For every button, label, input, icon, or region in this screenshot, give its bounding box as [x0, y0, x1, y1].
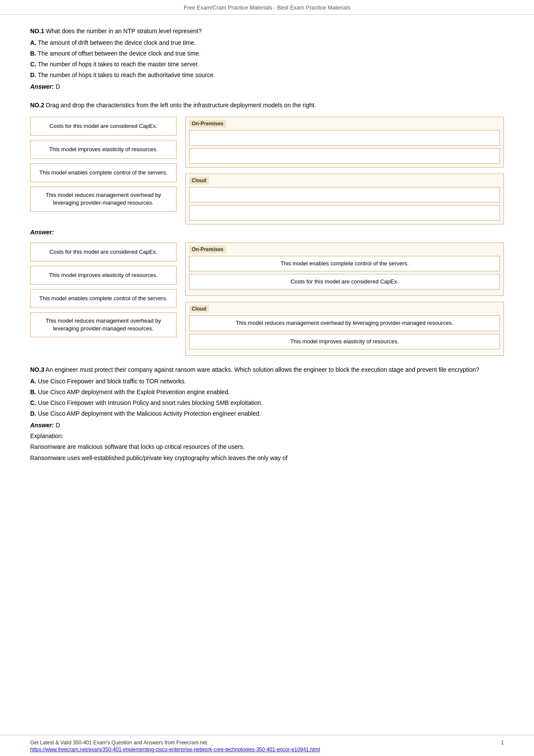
question-3: NO.3 An engineer must protect their comp… [30, 365, 504, 463]
q1-number: NO.1 [30, 28, 44, 34]
q2-left-cards: Costs for this model are considered CapE… [30, 117, 177, 224]
q3-option-d: D. Use Cisco AMP deployment with the Mal… [30, 409, 504, 418]
q1-option-a: A. The amount of drift between the devic… [30, 38, 504, 47]
q3-explanation-line-2: Ransomware uses well-established public/… [30, 454, 504, 463]
q1-option-b: B. The amount of offset between the devi… [30, 49, 504, 58]
q2-answer-label: Answer: [30, 229, 504, 236]
top-bar: Free Exam/Cram Practice Materials - Best… [0, 0, 534, 15]
q3-answer-line: Answer: D [30, 421, 504, 430]
q2-group-cloud-empty: Cloud [185, 174, 504, 224]
q3-explanation-line-1: Ransomware are malicious software that l… [30, 442, 504, 452]
q3-option-c: C. Use Cisco Firepower with Intrusion Po… [30, 398, 504, 408]
q1-text: NO.1 What does the number in an NTP stra… [30, 27, 504, 36]
q2-slot-op-filled-1: This model enables complete control of t… [189, 256, 500, 271]
q2-slot-cl-1 [189, 187, 500, 202]
q1-opt-d-text: The number of hops it takes to reach the… [38, 72, 215, 78]
q1-answer-line: Answer: D [30, 82, 504, 91]
question-2: NO.2 Drag and drop the characteristics f… [30, 101, 504, 356]
q2-answer-left-cards: Costs for this model are considered CapE… [30, 243, 177, 356]
q3-question: An engineer must protect their company a… [46, 366, 479, 373]
q3-option-b: B. Use Cisco AMP deployment with the Exp… [30, 388, 504, 397]
footer-left: Get Latest & Valid 350-401 Exam's Questi… [30, 740, 320, 753]
q2-slot-cl-filled-2: This model improves elasticity of resour… [189, 334, 500, 349]
q2-ans-card-0: Costs for this model are considered CapE… [30, 243, 177, 261]
q2-slot-op-2 [189, 148, 500, 164]
q1-opt-b-text: The amount of offset between the device … [38, 50, 201, 57]
q2-slot-cl-filled-1: This model reduces management overhead b… [189, 315, 500, 331]
q3-option-a: A. Use Cisco Firepower and block traffic… [30, 377, 504, 386]
q2-slot-op-1 [189, 130, 500, 146]
q2-ans-card-3: This model reduces management overhead b… [30, 312, 177, 337]
q3-text: NO.3 An engineer must protect their comp… [30, 365, 504, 374]
q3-answer-value: D [56, 422, 60, 429]
q1-answer-value: D [56, 83, 60, 90]
q3-opt-a-text: Use Cisco Firepower and block traffic to… [38, 378, 186, 385]
q2-card-3: This model reduces management overhead b… [30, 187, 177, 212]
q1-opt-c-text: The number of hops it takes to reach the… [38, 61, 199, 68]
header-text: Free Exam/Cram Practice Materials - Best… [183, 4, 350, 11]
q3-opt-b-text: Use Cisco AMP deployment with the Exploi… [38, 389, 230, 395]
q2-group-cloud-filled: Cloud This model reduces management over… [185, 302, 504, 355]
q2-slot-op-filled-2: Costs for this model are considered CapE… [189, 274, 500, 289]
q1-option-d: D. The number of hops it takes to reach … [30, 71, 504, 80]
q2-number: NO.2 [30, 102, 44, 109]
q2-question: Drag and drop the characteristics from t… [46, 102, 316, 109]
q2-ans-card-1: This model improves elasticity of resour… [30, 266, 177, 285]
q1-option-c: C. The number of hops it takes to reach … [30, 60, 504, 69]
q3-opt-d-text: Use Cisco AMP deployment with the Malici… [38, 410, 261, 417]
q2-right-targets: On-Premises Cloud [185, 117, 504, 224]
q2-dnd-question: Costs for this model are considered CapE… [30, 117, 504, 224]
q1-question: What does the number in an NTP stratum l… [46, 28, 202, 34]
q2-ans-card-2: This model enables complete control of t… [30, 289, 177, 308]
q3-opt-c-text: Use Cisco Firepower with Intrusion Polic… [38, 399, 263, 406]
q2-group-on-premises-empty: On-Premises [185, 117, 504, 168]
q2-answer-right-targets: On-Premises This model enables complete … [185, 243, 504, 356]
q2-text: NO.2 Drag and drop the characteristics f… [30, 101, 504, 110]
q1-opt-a-text: The amount of drift between the device c… [38, 39, 196, 46]
footer: Get Latest & Valid 350-401 Exam's Questi… [0, 735, 534, 756]
q2-slot-cl-2 [189, 205, 500, 221]
q2-card-1: This model improves elasticity of resour… [30, 140, 177, 159]
q2-dnd-answer: Costs for this model are considered CapE… [30, 243, 504, 356]
q2-card-2: This model enables complete control of t… [30, 163, 177, 182]
q3-number: NO.3 [30, 366, 44, 373]
footer-text: Get Latest & Valid 350-401 Exam's Questi… [30, 740, 320, 746]
question-1: NO.1 What does the number in an NTP stra… [30, 27, 504, 91]
footer-page-number: 1 [501, 740, 504, 746]
q2-card-0: Costs for this model are considered CapE… [30, 117, 177, 136]
q2-group-on-premises-filled: On-Premises This model enables complete … [185, 243, 504, 296]
q3-explanation-label: Explanation: [30, 432, 504, 441]
page: Free Exam/Cram Practice Materials - Best… [0, 0, 534, 756]
footer-link[interactable]: https://www.freecram.net/exam/350-401-im… [30, 747, 320, 753]
main-content: NO.1 What does the number in an NTP stra… [0, 15, 534, 735]
